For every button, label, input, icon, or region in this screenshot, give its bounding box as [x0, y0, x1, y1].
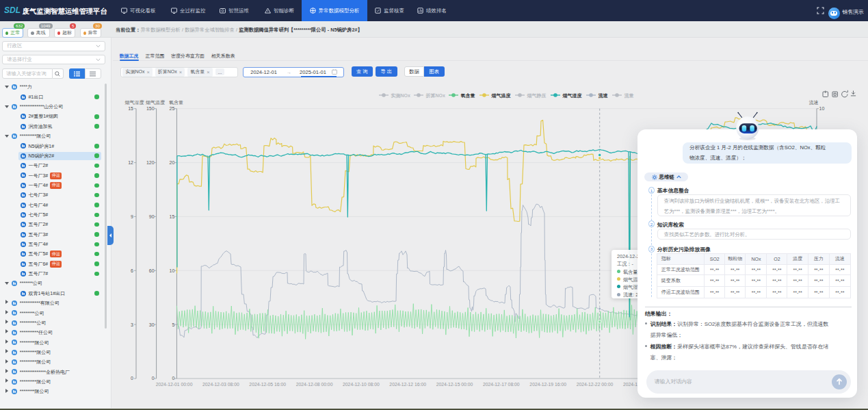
svg-text:10: 10	[170, 268, 175, 273]
svg-text:15: 15	[128, 106, 133, 111]
svg-text:10: 10	[819, 106, 825, 111]
svg-text:流速: 流速	[809, 100, 819, 105]
svg-text:2024-12-10 08:00: 2024-12-10 08:00	[343, 382, 380, 387]
svg-text:120: 120	[146, 160, 155, 165]
svg-text:0: 0	[131, 376, 133, 381]
svg-text:氧含量: 氧含量	[460, 93, 475, 99]
svg-text:烟气湿度: 烟气湿度	[562, 92, 583, 99]
svg-text:烟气湿度: 烟气湿度	[125, 100, 144, 105]
svg-text:12: 12	[128, 160, 133, 165]
svg-text:25: 25	[170, 106, 175, 111]
svg-text:折算NOx: 折算NOx	[425, 93, 446, 99]
svg-text:2024-12-22 00:00: 2024-12-22 00:00	[577, 382, 614, 387]
svg-text:30: 30	[149, 322, 155, 327]
svg-text:流量: 流量	[624, 92, 634, 99]
svg-text:氧含量: 氧含量	[169, 100, 183, 105]
svg-text:15: 15	[170, 214, 175, 219]
svg-text:150: 150	[146, 106, 155, 111]
svg-text:6: 6	[131, 268, 133, 273]
svg-text:3: 3	[131, 322, 133, 327]
svg-text:流速: 流速	[599, 92, 609, 99]
svg-text:2024-12-03 08:00: 2024-12-03 08:00	[202, 382, 239, 387]
svg-text:60: 60	[149, 268, 155, 273]
svg-text:烟气静压: 烟气静压	[527, 93, 547, 99]
svg-text:2024-12-19 16:00: 2024-12-19 16:00	[529, 382, 566, 387]
svg-text:9: 9	[131, 214, 133, 219]
svg-text:5: 5	[172, 322, 174, 327]
svg-text:烟气温度: 烟气温度	[491, 92, 512, 99]
svg-text:2024-12-17 08:00: 2024-12-17 08:00	[483, 382, 520, 387]
svg-text:2024-12-01 00:00: 2024-12-01 00:00	[156, 382, 193, 387]
svg-text:2024-12-08 00:00: 2024-12-08 00:00	[296, 382, 333, 387]
svg-text:2024-12-12 16:00: 2024-12-12 16:00	[389, 382, 426, 387]
svg-text:2024-12-05 16:00: 2024-12-05 16:00	[249, 382, 286, 387]
svg-text:0: 0	[172, 376, 174, 381]
svg-text:20: 20	[170, 160, 175, 165]
svg-text:烟气温度: 烟气温度	[146, 100, 165, 105]
svg-text:0: 0	[152, 376, 155, 381]
svg-text:2024-12-15 00:00: 2024-12-15 00:00	[436, 382, 473, 387]
svg-text:90: 90	[149, 214, 155, 219]
svg-text:实测NOx: 实测NOx	[391, 92, 411, 99]
